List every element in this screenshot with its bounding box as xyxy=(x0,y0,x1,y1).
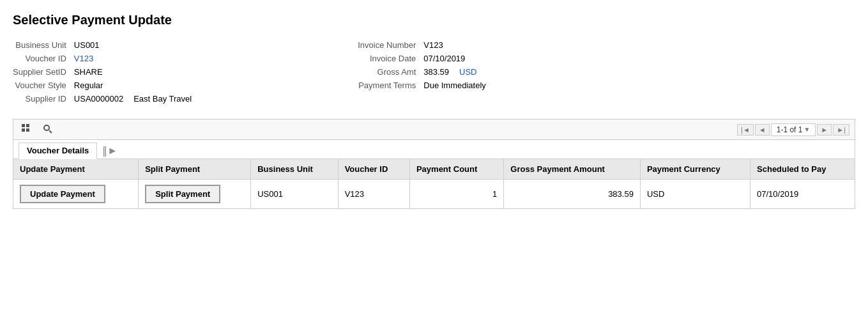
payment-terms-value: Due Immediately xyxy=(423,81,486,90)
table-row: Update Payment Split Payment US001 V123 … xyxy=(13,180,855,209)
header-left: Business Unit US001 Voucher ID V123 Supp… xyxy=(13,40,192,104)
invoice-date-value: 07/10/2019 xyxy=(423,54,486,63)
supplier-setid-label: Supplier SetID xyxy=(13,67,66,77)
gross-amt-label: Gross Amt xyxy=(358,67,416,77)
gross-amt-row: 383.59 USD xyxy=(423,67,486,77)
supplier-id-value: USA0000002 xyxy=(74,94,123,104)
cell-scheduled-to-pay: 07/10/2019 xyxy=(750,180,855,209)
payment-terms-label: Payment Terms xyxy=(358,81,416,90)
cell-gross-payment-amount: 383.59 xyxy=(504,180,641,209)
first-page-btn[interactable]: |◄ xyxy=(737,124,754,136)
col-header-split-payment: Split Payment xyxy=(139,159,251,180)
voucher-style-value: Regular xyxy=(74,81,192,90)
svg-point-4 xyxy=(44,125,49,130)
last-page-btn[interactable]: ►| xyxy=(833,124,849,136)
supplier-id-label: Supplier ID xyxy=(13,94,66,104)
tabs-row: Voucher Details ‖► xyxy=(13,139,855,159)
svg-line-5 xyxy=(49,130,52,133)
header-right-grid: Invoice Number V123 Invoice Date 07/10/2… xyxy=(358,40,486,90)
table-header-row: Update Payment Split Payment Business Un… xyxy=(13,159,855,180)
invoice-number-value: V123 xyxy=(423,40,486,50)
voucher-id-label: Voucher ID xyxy=(13,54,66,63)
split-payment-button[interactable]: Split Payment xyxy=(145,185,220,203)
header-right: Invoice Number V123 Invoice Date 07/10/2… xyxy=(358,40,486,104)
svg-rect-2 xyxy=(22,128,25,132)
supplier-id-row: USA0000002 East Bay Travel xyxy=(74,94,192,104)
page-title: Selective Payment Update xyxy=(13,13,855,27)
cell-voucher-id: V123 xyxy=(338,180,409,209)
col-header-gross-payment-amount: Gross Payment Amount xyxy=(504,159,641,180)
expand-icon[interactable]: ‖► xyxy=(100,144,120,157)
search-icon[interactable] xyxy=(40,123,55,137)
svg-rect-3 xyxy=(26,128,29,132)
cell-payment-count: 1 xyxy=(409,180,503,209)
business-unit-value: US001 xyxy=(74,40,192,50)
supplier-name-value: East Bay Travel xyxy=(133,94,192,104)
col-header-business-unit: Business Unit xyxy=(251,159,338,180)
pagination-label: 1-1 of 1 ▼ xyxy=(771,123,816,136)
tab-voucher-details[interactable]: Voucher Details xyxy=(19,143,97,159)
next-page-btn[interactable]: ► xyxy=(817,124,832,136)
prev-page-btn[interactable]: ◄ xyxy=(755,124,770,136)
header-section: Business Unit US001 Voucher ID V123 Supp… xyxy=(13,40,855,104)
invoice-number-label: Invoice Number xyxy=(358,40,416,50)
cell-split-payment: Split Payment xyxy=(139,180,251,209)
col-header-payment-count: Payment Count xyxy=(409,159,503,180)
svg-rect-0 xyxy=(22,124,25,127)
toolbar-left xyxy=(19,122,55,137)
toolbar: |◄ ◄ 1-1 of 1 ▼ ► ►| xyxy=(13,119,855,139)
svg-rect-1 xyxy=(26,124,29,127)
grid-icon[interactable] xyxy=(19,122,34,137)
col-header-payment-currency: Payment Currency xyxy=(640,159,750,180)
pagination-controls: |◄ ◄ 1-1 of 1 ▼ ► ►| xyxy=(737,123,849,136)
invoice-date-label: Invoice Date xyxy=(358,54,416,63)
cell-payment-currency: USD xyxy=(640,180,750,209)
cell-business-unit: US001 xyxy=(251,180,338,209)
voucher-style-label: Voucher Style xyxy=(13,81,66,90)
voucher-id-value[interactable]: V123 xyxy=(74,54,192,63)
pagination-text: 1-1 of 1 xyxy=(777,125,803,134)
col-header-voucher-id: Voucher ID xyxy=(338,159,409,180)
data-table: Update Payment Split Payment Business Un… xyxy=(13,159,855,209)
business-unit-label: Business Unit xyxy=(13,40,66,50)
gross-amt-currency: USD xyxy=(459,67,476,77)
col-header-update-payment: Update Payment xyxy=(13,159,139,180)
cell-update-payment: Update Payment xyxy=(13,180,139,209)
col-header-scheduled-to-pay: Scheduled to Pay xyxy=(750,159,855,180)
gross-amt-value: 383.59 xyxy=(423,67,449,77)
update-payment-button[interactable]: Update Payment xyxy=(20,185,105,203)
supplier-setid-value: SHARE xyxy=(74,67,192,77)
